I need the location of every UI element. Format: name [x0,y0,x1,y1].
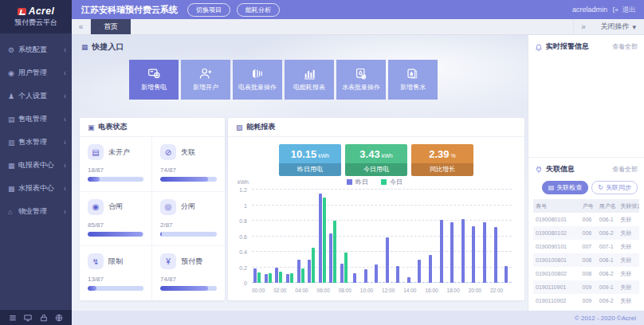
energy-stat-card: 3.43kWh 今日用电 [345,144,407,176]
table-row[interactable]: 0190110902009009-2失联 [533,294,639,307]
meter-status-grid: ▤ 未开户 18/87 ⊘ 失联 74/87 ◉ 合闸 85/87 ◎ 分闸 2… [80,137,225,300]
lock-icon[interactable] [40,314,48,322]
energy-report-button[interactable]: 电能耗报表 [285,60,334,100]
chart-bar [312,248,315,283]
switch-off-icon: ◎ [160,199,176,215]
water-meter-batch-icon [355,68,367,80]
electric-sale-icon: ▤ [8,116,18,123]
energy-report-icon [303,68,316,80]
sync-icon: ↻ [598,184,603,191]
tab-home[interactable]: 首页 [91,19,131,34]
energy-analysis-button[interactable]: 能耗分析 [237,3,280,17]
chart-bar [461,219,465,283]
sidebar-item-label: 用户管理 [18,68,64,78]
logout-button[interactable]: 退出 [612,5,636,15]
progress-bar [88,177,143,182]
new-electric-sale-button[interactable]: 新增售电 [129,60,179,100]
table-row[interactable]: 0190100801008008-1失联 [533,253,639,267]
table-row[interactable]: 0190090101007007-1失联 [533,240,639,253]
chart-bar [396,266,399,283]
meter-status-tile: ◉ 合闸 85/87 [80,192,152,247]
status-label: 失联 [181,147,195,158]
chart-bar [450,222,454,283]
sidebar-item-售水管理[interactable]: ▥ 售水管理 ‹ [0,131,72,154]
stat-label: 同比增长 [411,163,473,176]
status-count: 74/87 [160,166,217,174]
quick-entry-buttons: 新增售电 新增开户 电表批量操作 电能耗报表 水表批量操作 新增售水 [129,60,438,100]
sidebar-item-label: 水报表中心 [18,183,64,194]
offline-table: 表号户号用户名失联状态0190080101006006-1失联019008010… [533,199,639,307]
monitor-icon[interactable] [24,314,32,322]
legend-item: 昨日 [347,178,368,186]
sidebar-item-用户管理[interactable]: ◉ 用户管理 ‹ [0,61,72,84]
close-operations-dropdown[interactable]: 关闭操作▾ [592,19,644,34]
electric-meter-batch-button[interactable]: 电表批量操作 [233,60,282,100]
right-panel: 实时报警信息 查看全部 失联信息 查看全部 ▤ 失联检查 ↻ 失联同步 表号户号… [528,35,644,311]
chart-bar [323,198,326,283]
sidebar-item-售电管理[interactable]: ▤ 售电管理 ‹ [0,108,72,131]
chart-bar [319,194,322,283]
table-row[interactable]: 0190080102006006-2失联 [533,226,639,240]
sidebar-item-label: 个人设置 [18,91,64,101]
status-label: 预付费 [181,256,202,267]
tabs-expand-button[interactable]: » [573,19,592,34]
offline-section-header: 失联信息 查看全部 [528,158,644,179]
tabs-collapse-button[interactable]: « [72,19,91,34]
meter-status-panel: ▣ 电表状态 ▤ 未开户 18/87 ⊘ 失联 74/87 ◉ 合闸 85/87… [80,118,225,300]
chart-yticks: 00.20.40.60.811.2 [233,190,250,283]
status-label: 限制 [108,256,123,267]
sidebar-item-个人设置[interactable]: ♟ 个人设置 ‹ [0,84,72,108]
progress-bar [88,286,143,291]
gear-icon: ⚙ [8,46,18,54]
meter-status-title: ▣ 电表状态 [80,118,225,137]
energy-stats: 10.15kWh 昨日用电3.43kWh 今日用电2.39% 同比增长 [228,144,524,176]
prepaid-icon: ¥ [160,253,176,269]
sidebar-item-电报表中心[interactable]: ▦ 电报表中心 ‹ [0,154,72,177]
menu-icon[interactable] [9,314,17,322]
table-row[interactable]: 0190110901009009-1失联 [533,280,639,294]
switch-project-button[interactable]: 切换项目 [187,3,230,17]
table-row[interactable]: 0190080101006006-1失联 [533,213,639,226]
tab-bar: « 首页 » 关闭操作▾ [72,19,644,35]
water-report-icon: ▩ [8,185,18,193]
table-row[interactable]: 0190100802008008-2失联 [533,267,639,280]
chevron-left-icon: ‹ [64,184,66,193]
platform-name: 预付费云平台 [14,18,57,28]
chart-bar [269,273,272,283]
sidebar: Acrel 预付费云平台 ⚙ 系统配置 ‹◉ 用户管理 ‹♟ 个人设置 ‹▤ 售… [0,0,72,325]
plug-icon [535,166,543,174]
water-meter-batch-button[interactable]: 水表批量操作 [336,60,386,100]
water-sale-icon: ▥ [8,139,18,147]
chart-bar [286,274,289,283]
offline-check-button[interactable]: ▤ 失联检查 [542,181,589,194]
new-water-sale-button[interactable]: 新增售水 [388,60,438,100]
offline-icon: ⊘ [160,144,176,160]
chart-bar [494,227,497,283]
stat-label: 昨日用电 [279,163,341,176]
sidebar-item-水报表中心[interactable]: ▩ 水报表中心 ‹ [0,177,72,200]
offline-sync-button[interactable]: ↻ 失联同步 [591,181,638,194]
sell-electric-icon [147,68,161,80]
chart-bar [386,237,389,283]
sidebar-item-系统配置[interactable]: ⚙ 系统配置 ‹ [0,38,72,61]
new-account-button[interactable]: 新增开户 [181,60,230,100]
chevron-left-icon: ‹ [64,45,66,54]
chart-bar [340,264,344,283]
alarm-view-all-link[interactable]: 查看全部 [612,42,638,51]
bell-icon [535,43,543,51]
sidebar-item-label: 售水管理 [18,137,64,147]
chart-bars [252,190,512,283]
chart-bar [440,220,443,283]
chart-bar [290,273,293,283]
globe-icon[interactable] [55,314,63,322]
chart-bar [418,260,421,283]
person-icon: ♟ [8,92,18,100]
chevron-left-icon: ‹ [64,115,66,123]
sidebar-item-label: 电报表中心 [18,160,64,170]
energy-stat-card: 2.39% 同比增长 [411,144,473,176]
table-header-row: 表号户号用户名失联状态 [533,199,639,213]
chart-bar [353,273,356,283]
offline-view-all-link[interactable]: 查看全部 [612,165,638,174]
offline-actions: ▤ 失联检查 ↻ 失联同步 [528,179,644,199]
sidebar-item-物业管理[interactable]: ⌂ 物业管理 ‹ [0,200,72,223]
